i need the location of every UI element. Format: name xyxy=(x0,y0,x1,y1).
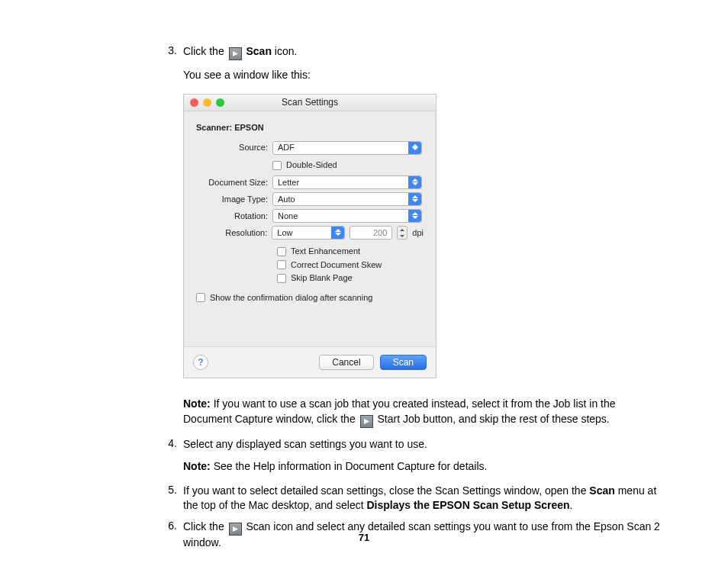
checkbox-icon xyxy=(277,247,286,256)
checkbox-label: Skip Blank Page xyxy=(291,272,353,284)
svg-marker-0 xyxy=(233,51,238,56)
steps-list: 3. Click the Scan icon. You see a window… xyxy=(159,44,662,557)
start-job-icon xyxy=(360,415,373,428)
checkbox-label: Double-Sided xyxy=(286,159,337,171)
scan-word: Scan xyxy=(246,45,271,57)
checkbox-icon xyxy=(277,274,286,283)
help-button[interactable]: ? xyxy=(193,355,208,370)
select-value: Auto xyxy=(278,194,295,205)
window-footer: ? Cancel Scan xyxy=(184,346,436,378)
svg-marker-1 xyxy=(364,419,369,424)
text: . xyxy=(570,499,573,511)
row-resolution: Resolution: Low 200 xyxy=(196,226,424,240)
step-number: 4. xyxy=(159,437,177,449)
scan-menu-word: Scan xyxy=(589,484,614,497)
step-3: 3. Click the Scan icon. You see a window… xyxy=(159,44,662,428)
stepper-up-icon xyxy=(398,227,407,233)
step-number: 3. xyxy=(159,44,177,56)
svg-marker-2 xyxy=(233,526,238,532)
row-imgtype: Image Type: Auto xyxy=(196,192,424,206)
note-text: See the Help information in Document Cap… xyxy=(211,460,488,472)
document-page: 3. Click the Scan icon. You see a window… xyxy=(0,0,728,563)
select-value: Letter xyxy=(278,177,299,188)
dpi-unit: dpi xyxy=(412,227,424,239)
chevron-updown-icon xyxy=(408,142,421,154)
note-label: Note: xyxy=(183,460,211,472)
step-number: 6. xyxy=(159,520,177,532)
scan-icon xyxy=(229,47,242,60)
chevron-updown-icon xyxy=(408,210,421,222)
label: Resolution: xyxy=(196,227,272,239)
checkbox-label: Correct Document Skew xyxy=(291,259,382,271)
step-4: 4. Select any displayed scan settings yo… xyxy=(159,437,662,475)
dpi-stepper[interactable] xyxy=(397,226,407,240)
checkbox-label: Text Enhancement xyxy=(291,246,360,257)
checkbox-icon xyxy=(272,161,282,170)
select-value: None xyxy=(278,211,298,222)
chevron-updown-icon xyxy=(408,176,421,188)
rotation-select[interactable]: None xyxy=(272,209,422,223)
page-number: 71 xyxy=(0,532,728,543)
row-double-sided: Double-Sided xyxy=(196,158,424,172)
correct-skew-checkbox[interactable]: Correct Document Skew xyxy=(277,259,424,271)
chevron-updown-icon xyxy=(408,193,421,205)
step-body: Select any displayed scan settings you w… xyxy=(183,437,662,475)
text-enhancement-checkbox[interactable]: Text Enhancement xyxy=(277,246,424,257)
row-rotation: Rotation: None xyxy=(196,209,424,223)
label: Document Size: xyxy=(196,177,272,188)
cancel-button[interactable]: Cancel xyxy=(319,355,373,370)
label: Image Type: xyxy=(196,194,272,205)
text: Select any displayed scan settings you w… xyxy=(183,438,427,450)
note-text: Start Job button, and skip the rest of t… xyxy=(375,413,610,425)
skip-blank-checkbox[interactable]: Skip Blank Page xyxy=(277,272,424,284)
scanner-label: Scanner: EPSON xyxy=(196,122,424,134)
minimize-icon[interactable] xyxy=(203,98,211,107)
select-value: ADF xyxy=(278,142,295,153)
imgtype-select[interactable]: Auto xyxy=(272,192,422,206)
note-step-4: Note: See the Help information in Docume… xyxy=(183,459,662,475)
scan-button[interactable]: Scan xyxy=(380,355,427,370)
checkbox-label: Show the confirmation dialog after scann… xyxy=(210,292,372,304)
text: If you want to select detailed scan sett… xyxy=(183,484,589,497)
close-icon[interactable] xyxy=(190,98,198,107)
note-step-3: Note: If you want to use a scan job that… xyxy=(183,397,662,428)
checkbox-icon xyxy=(277,260,286,269)
traffic-lights xyxy=(190,98,224,107)
dpi-group: 200 dpi xyxy=(350,226,424,240)
text: Click the xyxy=(183,520,227,532)
row-source: Source: ADF xyxy=(196,141,424,155)
row-docsize: Document Size: Letter xyxy=(196,175,424,189)
window-titlebar: Scan Settings xyxy=(184,95,436,111)
resolution-select[interactable]: Low xyxy=(272,226,345,240)
stepper-down-icon xyxy=(398,233,407,239)
double-sided-checkbox[interactable]: Double-Sided xyxy=(272,159,424,171)
dpi-value[interactable]: 200 xyxy=(350,226,392,240)
scan-settings-window: Scan Settings Scanner: EPSON Source: ADF xyxy=(183,94,436,378)
note-label: Note: xyxy=(183,397,211,410)
checkbox-icon xyxy=(196,293,205,302)
window-body: Scanner: EPSON Source: ADF xyxy=(184,111,436,346)
displays-option: Displays the EPSON Scan Setup Screen xyxy=(366,499,569,511)
label: Source: xyxy=(196,142,272,153)
chevron-updown-icon xyxy=(331,227,344,239)
source-select[interactable]: ADF xyxy=(272,141,422,155)
text: icon. xyxy=(272,45,297,57)
confirm-dialog-checkbox[interactable]: Show the confirmation dialog after scann… xyxy=(196,292,424,304)
docsize-select[interactable]: Letter xyxy=(272,175,422,189)
step-subtext: You see a window like this: xyxy=(183,68,662,83)
options-group: Text Enhancement Correct Document Skew S… xyxy=(277,246,424,284)
step-body: If you want to select detailed scan sett… xyxy=(183,484,662,513)
step-number: 5. xyxy=(159,484,177,496)
step-5: 5. If you want to select detailed scan s… xyxy=(159,484,662,513)
step-body: Click the Scan icon. You see a window li… xyxy=(183,44,662,428)
label: Rotation: xyxy=(196,211,272,222)
text: Click the xyxy=(183,45,224,57)
zoom-icon[interactable] xyxy=(216,98,224,107)
select-value: Low xyxy=(277,227,292,239)
window-title: Scan Settings xyxy=(282,96,338,109)
